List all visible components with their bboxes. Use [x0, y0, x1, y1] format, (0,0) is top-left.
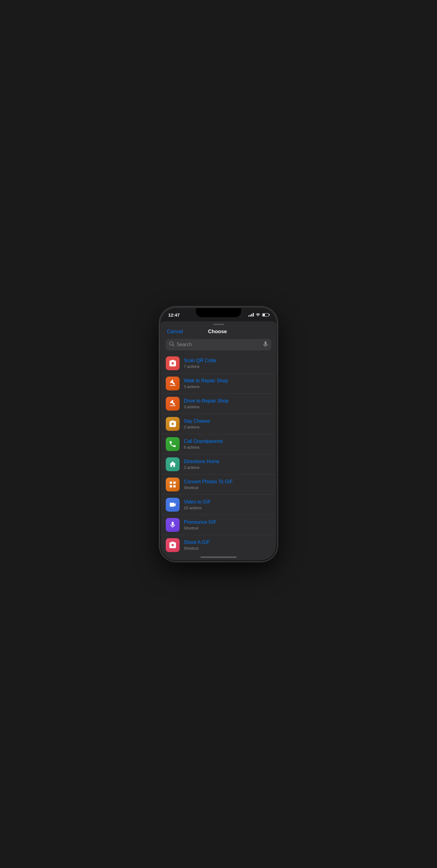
search-icon — [169, 342, 174, 347]
app-icon-say-cheese — [166, 417, 180, 431]
shortcut-item-call-grandparents[interactable]: Call Grandparents 6 actions — [161, 434, 276, 454]
silent-switch — [160, 334, 160, 341]
status-time: 12:47 — [168, 312, 180, 317]
item-text-walk-repair: Walk to Repair Shop 3 actions — [184, 378, 271, 389]
item-title-video-gif: Video to GIF — [184, 499, 271, 505]
status-icons — [248, 312, 269, 317]
item-subtitle-convert-photos-gif: Shortcut — [184, 486, 271, 490]
volume-down-button — [160, 361, 160, 371]
app-icon-walk-repair — [166, 377, 180, 391]
item-text-drive-repair: Drive to Repair Shop 3 actions — [184, 398, 271, 409]
shortcut-item-drive-repair[interactable]: Drive to Repair Shop 3 actions — [161, 394, 276, 414]
signal-icon — [248, 313, 254, 316]
app-icon-drive-repair — [166, 397, 180, 411]
item-subtitle-say-cheese: 2 actions — [184, 425, 271, 429]
app-icon-call-grandparents — [166, 437, 180, 451]
app-icon-video-gif — [166, 498, 180, 512]
item-subtitle-pronounce-gif: Shortcut — [184, 526, 271, 530]
item-subtitle-call-grandparents: 6 actions — [184, 445, 271, 450]
shortcut-item-scan-qr[interactable]: Scan QR Code 7 actions — [161, 353, 276, 374]
item-subtitle-directions-home: 2 actions — [184, 465, 271, 470]
item-text-convert-photos-gif: Convert Photos To GIF Shortcut — [184, 479, 271, 490]
power-button — [277, 353, 277, 373]
shortcuts-list: Scan QR Code 7 actions Walk to Repair Sh… — [161, 353, 276, 554]
item-title-pronounce-gif: Pronounce GIF — [184, 519, 271, 526]
app-icon-pronounce-gif — [166, 518, 180, 532]
item-title-shoot-gif: Shoot A GIF — [184, 539, 271, 546]
app-icon-convert-photos-gif — [166, 477, 180, 491]
shortcut-item-directions-home[interactable]: Directions Home 2 actions — [161, 454, 276, 474]
modal-sheet: Cancel Choose Search — [161, 321, 276, 560]
item-title-drive-repair: Drive to Repair Shop — [184, 398, 271, 404]
app-icon-shoot-gif — [166, 538, 180, 552]
wifi-icon — [256, 312, 260, 317]
item-subtitle-walk-repair: 3 actions — [184, 384, 271, 389]
search-container: Search — [161, 337, 276, 353]
item-title-scan-qr: Scan QR Code — [184, 358, 271, 364]
item-title-directions-home: Directions Home — [184, 459, 271, 465]
shortcut-item-say-cheese[interactable]: Say Cheese 2 actions — [161, 414, 276, 434]
item-subtitle-scan-qr: 7 actions — [184, 364, 271, 369]
modal-header: Cancel Choose — [161, 325, 276, 337]
phone-screen: 12:47 — [161, 308, 276, 560]
item-title-call-grandparents: Call Grandparents — [184, 438, 271, 445]
shortcut-item-video-gif[interactable]: Video to GIF 15 actions — [161, 495, 276, 515]
battery-icon — [262, 313, 269, 316]
item-subtitle-drive-repair: 3 actions — [184, 405, 271, 409]
item-text-shoot-gif: Shoot A GIF Shortcut — [184, 539, 271, 551]
item-text-video-gif: Video to GIF 15 actions — [184, 499, 271, 510]
shortcut-item-walk-repair[interactable]: Walk to Repair Shop 3 actions — [161, 374, 276, 394]
item-text-call-grandparents: Call Grandparents 6 actions — [184, 438, 271, 450]
item-text-directions-home: Directions Home 2 actions — [184, 459, 271, 470]
item-title-say-cheese: Say Cheese — [184, 418, 271, 425]
item-title-convert-photos-gif: Convert Photos To GIF — [184, 479, 271, 485]
search-placeholder[interactable]: Search — [177, 342, 261, 347]
item-text-pronounce-gif: Pronounce GIF Shortcut — [184, 519, 271, 530]
volume-up-button — [160, 346, 160, 357]
app-icon-directions-home — [166, 457, 180, 471]
home-bar — [200, 557, 237, 558]
cancel-button[interactable]: Cancel — [167, 329, 183, 335]
item-text-scan-qr: Scan QR Code 7 actions — [184, 358, 271, 369]
item-subtitle-video-gif: 15 actions — [184, 506, 271, 510]
home-indicator — [161, 554, 276, 560]
search-bar[interactable]: Search — [166, 339, 271, 350]
item-title-walk-repair: Walk to Repair Shop — [184, 378, 271, 384]
microphone-icon[interactable] — [263, 341, 268, 348]
shortcut-item-convert-photos-gif[interactable]: Convert Photos To GIF Shortcut — [161, 474, 276, 495]
phone-frame: 12:47 — [160, 307, 277, 561]
item-text-say-cheese: Say Cheese 2 actions — [184, 418, 271, 429]
item-subtitle-shoot-gif: Shortcut — [184, 546, 271, 551]
app-icon-scan-qr — [166, 356, 180, 370]
shortcut-item-pronounce-gif[interactable]: Pronounce GIF Shortcut — [161, 515, 276, 535]
shortcut-item-shoot-gif[interactable]: Shoot A GIF Shortcut — [161, 535, 276, 554]
notch — [196, 308, 241, 317]
modal-title: Choose — [208, 329, 227, 335]
